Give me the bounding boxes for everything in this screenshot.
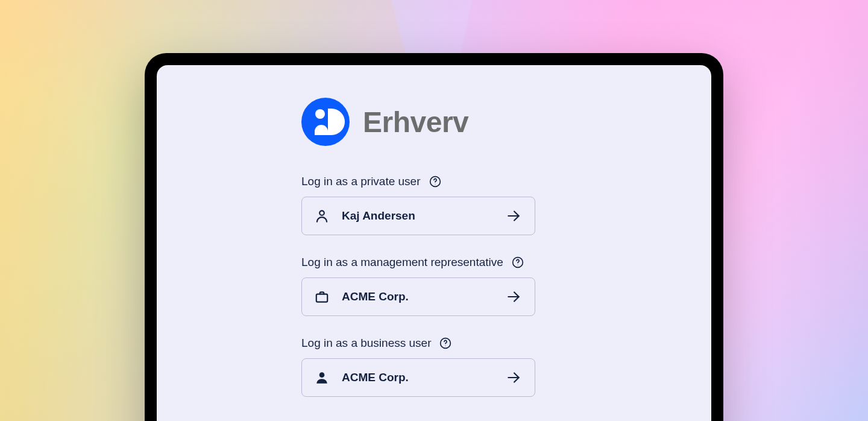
mitid-logo-icon: [301, 98, 350, 146]
section-business-user: Log in as a business user ACME Corp.: [301, 337, 555, 397]
person-solid-icon: [314, 370, 330, 385]
help-icon[interactable]: [439, 337, 451, 349]
section-label-business: Log in as a business user: [301, 337, 431, 350]
section-management-rep: Log in as a management representative AC…: [301, 256, 555, 316]
login-option-business[interactable]: ACME Corp.: [301, 358, 535, 397]
option-name: ACME Corp.: [342, 290, 506, 303]
briefcase-icon: [314, 289, 330, 305]
arrow-right-icon: [506, 208, 521, 224]
svg-point-7: [517, 265, 518, 265]
svg-point-4: [319, 210, 324, 215]
login-option-management[interactable]: ACME Corp.: [301, 277, 535, 316]
arrow-right-icon: [506, 289, 521, 305]
person-outline-icon: [314, 208, 330, 224]
login-panel: Erhverv Log in as a private user: [301, 98, 555, 417]
section-label-row: Log in as a management representative: [301, 256, 555, 269]
device-frame: Erhverv Log in as a private user: [145, 53, 723, 421]
arrow-right-icon: [506, 370, 521, 385]
section-label-private: Log in as a private user: [301, 175, 421, 188]
svg-point-1: [315, 109, 325, 119]
svg-rect-8: [316, 294, 327, 302]
svg-point-11: [445, 346, 446, 346]
brand-title: Erhverv: [363, 106, 468, 139]
svg-point-12: [319, 372, 325, 378]
help-icon[interactable]: [429, 176, 441, 188]
section-label-management: Log in as a management representative: [301, 256, 503, 269]
svg-point-3: [435, 184, 435, 185]
section-label-row: Log in as a business user: [301, 337, 555, 350]
help-icon[interactable]: [512, 256, 524, 268]
brand-row: Erhverv: [301, 98, 555, 146]
section-private-user: Log in as a private user Kaj Andersen: [301, 175, 555, 235]
device-screen: Erhverv Log in as a private user: [157, 65, 711, 421]
option-name: Kaj Andersen: [342, 209, 506, 223]
login-option-private[interactable]: Kaj Andersen: [301, 197, 535, 235]
option-name: ACME Corp.: [342, 371, 506, 384]
section-label-row: Log in as a private user: [301, 175, 555, 188]
